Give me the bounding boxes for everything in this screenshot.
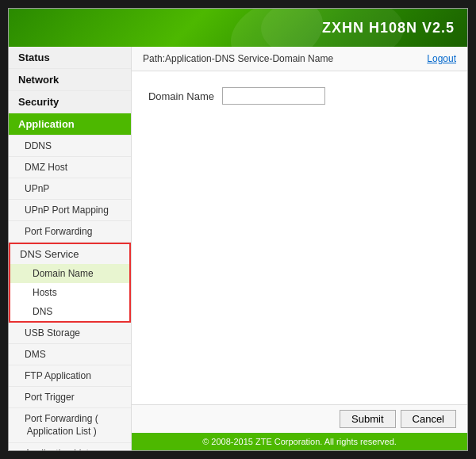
cancel-button[interactable]: Cancel bbox=[401, 410, 456, 428]
domain-name-label: Domain Name bbox=[143, 90, 222, 102]
domain-name-row: Domain Name bbox=[143, 87, 456, 105]
sidebar-item-dms[interactable]: DMS bbox=[9, 344, 131, 365]
footer-bar: © 2008-2015 ZTE Corporation. All rights … bbox=[132, 433, 467, 450]
app-title: ZXHN H108N V2.5 bbox=[322, 20, 455, 36]
action-bar: Submit Cancel bbox=[132, 405, 467, 433]
sidebar-item-network[interactable]: Network bbox=[9, 69, 131, 91]
path-bar: Path:Application-DNS Service-Domain Name… bbox=[132, 47, 467, 71]
sidebar-item-upnp[interactable]: UPnP bbox=[9, 178, 131, 200]
sidebar-item-dns-service[interactable]: DNS Service bbox=[10, 244, 129, 264]
dns-service-group: DNS Service Domain Name Hosts DNS bbox=[9, 243, 131, 323]
sidebar-item-ddns[interactable]: DDNS bbox=[9, 136, 131, 157]
footer-text: © 2008-2015 ZTE Corporation. All rights … bbox=[202, 437, 397, 446]
domain-name-input[interactable] bbox=[222, 87, 325, 105]
sidebar-item-security[interactable]: Security bbox=[9, 91, 131, 113]
sidebar-item-domain-name[interactable]: Domain Name bbox=[10, 264, 129, 283]
content-area: Path:Application-DNS Service-Domain Name… bbox=[132, 47, 467, 450]
sidebar-item-ftp-application[interactable]: FTP Application bbox=[9, 365, 131, 387]
sidebar-item-port-trigger[interactable]: Port Trigger bbox=[9, 387, 131, 408]
sidebar-item-status[interactable]: Status bbox=[9, 47, 131, 69]
sidebar-item-hosts[interactable]: Hosts bbox=[10, 283, 129, 302]
sidebar-item-application[interactable]: Application bbox=[9, 113, 131, 136]
bottom-bar: Submit Cancel © 2008-2015 ZTE Corporatio… bbox=[132, 404, 467, 450]
sidebar-item-port-forwarding[interactable]: Port Forwarding bbox=[9, 221, 131, 243]
dns-sub-items: Domain Name Hosts DNS bbox=[10, 264, 129, 321]
sidebar-item-usb-storage[interactable]: USB Storage bbox=[9, 323, 131, 344]
sidebar-item-upnp-port-mapping[interactable]: UPnP Port Mapping bbox=[9, 200, 131, 221]
form-area: Domain Name bbox=[132, 71, 467, 404]
submit-button[interactable]: Submit bbox=[340, 410, 395, 428]
sidebar-item-port-forwarding-app[interactable]: Port Forwarding ( Application List ) bbox=[9, 408, 131, 443]
sidebar-item-application-list[interactable]: Application List bbox=[9, 443, 131, 450]
main-layout: Status Network Security Application DDNS… bbox=[9, 47, 467, 450]
sidebar-item-dmz-host[interactable]: DMZ Host bbox=[9, 157, 131, 178]
path-text: Path:Application-DNS Service-Domain Name bbox=[143, 53, 333, 64]
sidebar: Status Network Security Application DDNS… bbox=[9, 47, 132, 450]
sidebar-item-dns[interactable]: DNS bbox=[10, 302, 129, 321]
logout-link[interactable]: Logout bbox=[427, 53, 456, 64]
header: ZXHN H108N V2.5 bbox=[9, 9, 467, 47]
